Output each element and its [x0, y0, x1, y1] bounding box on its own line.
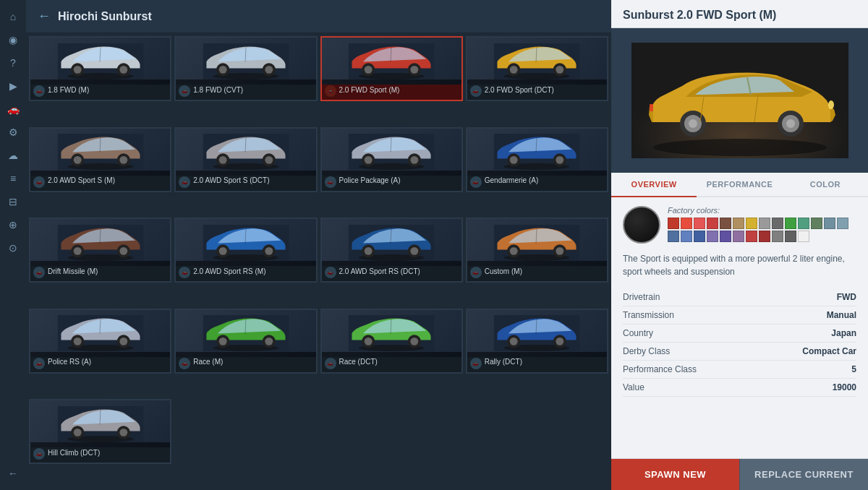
stats-table: DrivetrainFWDTransmissionManualCountryJa… [623, 288, 856, 397]
color-swatch[interactable] [694, 231, 705, 242]
stat-value: FWD [837, 292, 856, 302]
svg-point-48 [410, 156, 418, 164]
car-card-rally_dct[interactable]: 🚗Rally (DCT) [466, 309, 608, 374]
play-icon[interactable]: ▶ [2, 75, 24, 97]
stat-label: Drivetrain [623, 292, 660, 302]
settings-icon[interactable]: ⚙ [2, 121, 24, 143]
color-preview-ball [623, 206, 660, 244]
car-card-label: Rally (DCT) [467, 352, 607, 372]
tab-performance[interactable]: PERFORMANCE [697, 173, 782, 197]
color-swatch[interactable] [668, 218, 679, 229]
svg-point-34 [119, 156, 127, 164]
replace-current-button[interactable]: REPLACE CURRENT [739, 459, 868, 490]
car-card-2_0_awd_sport_rs_dct[interactable]: 🚗2.0 AWD Sport RS (DCT) [320, 218, 463, 283]
svg-point-55 [556, 156, 564, 164]
color-swatch[interactable] [681, 231, 692, 242]
sidebar: ⌂ ◉ ? ▶ 🚗 ⚙ ☁ ≡ ⊟ ⊕ ⊙ ← [0, 0, 26, 490]
color-swatch[interactable] [824, 218, 835, 229]
car-card-1_8_fwd_m[interactable]: 🚗1.8 FWD (M) [29, 36, 171, 101]
car-card-hill_climb_dct[interactable]: 🚗Hill Climb (DCT) [29, 399, 171, 464]
color-swatch[interactable] [811, 218, 822, 229]
car-icon[interactable]: 🚗 [2, 98, 24, 120]
car-card-image [322, 129, 461, 176]
color-swatch[interactable] [746, 218, 757, 229]
svg-point-4 [73, 65, 81, 73]
stat-row: Derby ClassCompact Car [623, 343, 856, 361]
cloud-icon[interactable]: ☁ [2, 145, 24, 166]
gamepad-icon[interactable]: ⊕ [2, 214, 24, 236]
back-icon[interactable]: ← [2, 463, 24, 484]
stat-label: Performance Class [623, 364, 697, 374]
color-swatch[interactable] [681, 218, 692, 229]
color-swatch[interactable] [668, 231, 679, 242]
svg-point-109 [510, 338, 518, 345]
car-description: The Sport is equipped with a more powerf… [623, 252, 856, 278]
stat-label: Derby Class [623, 346, 670, 356]
stat-row: Value19000 [623, 379, 856, 397]
car-card-police_package_a[interactable]: 🚗Police Package (A) [320, 127, 463, 192]
color-swatch[interactable] [759, 218, 770, 229]
spawn-new-button[interactable]: SPAWN NEW [611, 459, 739, 490]
car-card-2_0_fwd_sport_dct[interactable]: 🚗2.0 FWD Sport (DCT) [466, 36, 608, 101]
color-swatch[interactable] [798, 231, 809, 242]
car-card-label: 2.0 AWD Sport RS (DCT) [322, 261, 461, 281]
back-button[interactable]: ← [38, 9, 51, 24]
svg-point-124 [689, 119, 697, 128]
car-card-race_m[interactable]: 🚗Race (M) [174, 309, 317, 374]
color-swatch[interactable] [746, 231, 757, 242]
sliders-icon[interactable]: ⊟ [2, 191, 24, 212]
panel-content: Factory colors: The Sport is equipped wi… [611, 197, 868, 458]
color-swatch[interactable] [720, 218, 731, 229]
color-swatch[interactable] [785, 218, 796, 229]
map-icon[interactable]: ◉ [2, 29, 24, 51]
car-card-gendarmerie_a[interactable]: 🚗Gendarmerie (A) [466, 127, 608, 192]
color-swatch[interactable] [772, 231, 783, 242]
color-swatch[interactable] [733, 218, 744, 229]
svg-point-95 [219, 338, 227, 345]
color-swatch[interactable] [837, 218, 848, 229]
car-card-label: Police Package (A) [322, 171, 461, 191]
car-card-image [176, 310, 315, 357]
main-content: ← Hirochi Sunburst 🚗1.8 FWD (M) 🚗1.8 FWD… [26, 0, 611, 490]
color-swatch[interactable] [720, 231, 731, 242]
car-card-2_0_awd_sport_s_dct[interactable]: 🚗2.0 AWD Sport S (DCT) [174, 127, 317, 192]
color-swatch[interactable] [707, 231, 718, 242]
color-swatch[interactable] [772, 218, 783, 229]
svg-point-120 [653, 139, 827, 156]
svg-point-69 [265, 247, 273, 255]
car-card-police_rs_a[interactable]: 🚗Police RS (A) [29, 309, 171, 374]
svg-point-102 [365, 338, 373, 345]
svg-point-62 [119, 247, 127, 255]
color-swatch[interactable] [694, 218, 705, 229]
right-title: Sunburst 2.0 FWD Sport (M) [623, 9, 856, 22]
stat-value: Japan [831, 328, 856, 338]
car-card-2_0_fwd_sport_m[interactable]: 🚗2.0 FWD Sport (M) [320, 36, 463, 101]
car-card-1_8_fwd_cvt[interactable]: 🚗1.8 FWD (CVT) [174, 36, 317, 101]
home-icon[interactable]: ⌂ [2, 6, 24, 27]
camera-icon[interactable]: ⊙ [2, 237, 24, 259]
svg-point-74 [365, 247, 373, 255]
color-swatch[interactable] [707, 218, 718, 229]
car-card-custom_m[interactable]: 🚗Custom (M) [466, 218, 608, 283]
bottom-buttons: SPAWN NEW REPLACE CURRENT [611, 458, 868, 490]
svg-point-118 [119, 429, 127, 437]
svg-point-97 [265, 338, 273, 345]
color-swatch[interactable] [733, 231, 744, 242]
stat-row: Performance Class5 [623, 361, 856, 379]
car-card-2_0_awd_sport_s_m[interactable]: 🚗2.0 AWD Sport S (M) [29, 127, 171, 192]
car-card-drift_missile_m[interactable]: 🚗Drift Missile (M) [29, 218, 171, 283]
right-header: Sunburst 2.0 FWD Sport (M) [611, 0, 868, 28]
svg-point-13 [265, 65, 273, 73]
color-swatch[interactable] [759, 231, 770, 242]
tab-overview[interactable]: OVERVIEW [611, 173, 697, 197]
car-card-2_0_awd_sport_rs_m[interactable]: 🚗2.0 AWD Sport RS (M) [174, 218, 317, 283]
help-icon[interactable]: ? [2, 52, 24, 74]
car-card-label: Drift Missile (M) [30, 261, 170, 281]
svg-point-128 [828, 100, 834, 109]
color-swatch[interactable] [798, 218, 809, 229]
tab-color[interactable]: COLOR [783, 173, 868, 197]
car-card-race_dct[interactable]: 🚗Race (DCT) [320, 309, 463, 374]
stat-row: CountryJapan [623, 324, 856, 343]
color-swatch[interactable] [785, 231, 796, 242]
list-icon[interactable]: ≡ [2, 168, 24, 189]
